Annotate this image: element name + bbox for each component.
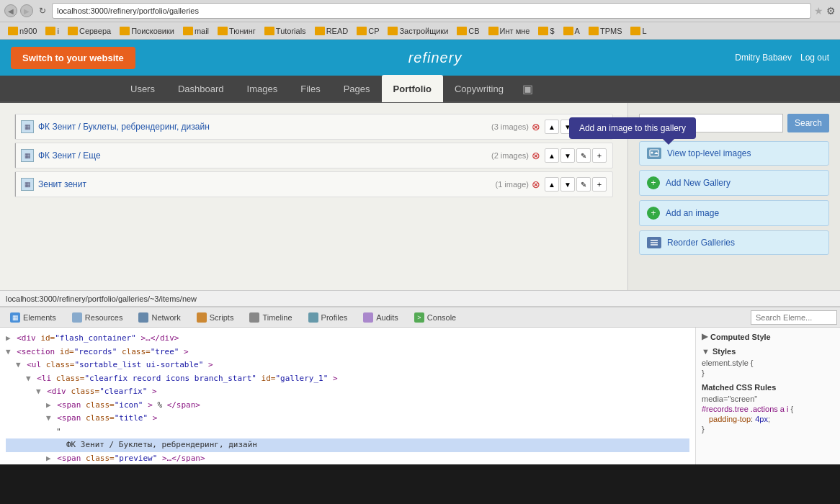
delete-button[interactable]: ⊗ bbox=[529, 148, 543, 163]
gallery-item: ▦ ФК Зенит / Буклеты, ребрендеринг, диза… bbox=[14, 114, 613, 140]
bookmark-i[interactable]: i bbox=[42, 25, 62, 37]
gallery-item-title[interactable]: ФК Зенит / Буклеты, ребрендеринг, дизайн bbox=[38, 122, 488, 132]
devtools-tabs: ▦ Elements Resources Network Scripts Tim… bbox=[0, 307, 840, 328]
status-url: localhost:3000/refinery/portfolio/galler… bbox=[6, 294, 197, 303]
bookmark-dev[interactable]: Застройщики bbox=[384, 25, 452, 37]
bookmark-icon bbox=[388, 27, 398, 35]
code-line: ▼ <div class="clearfix" > bbox=[6, 385, 689, 399]
devtools-tab-network[interactable]: Network bbox=[131, 310, 187, 325]
tab-portfolio[interactable]: Portfolio bbox=[382, 75, 443, 102]
tab-pages[interactable]: Pages bbox=[332, 75, 382, 102]
bookmark-int[interactable]: Инт мне bbox=[485, 25, 534, 37]
tab-users[interactable]: Users bbox=[119, 75, 166, 102]
bookmark-icon bbox=[457, 27, 467, 35]
devtools-styles-panel: ▶ Computed Style ▼ Styles element.style … bbox=[696, 328, 840, 464]
username: Dmitry Babaev bbox=[735, 53, 792, 63]
bookmark-icon bbox=[589, 27, 599, 35]
view-images-icon bbox=[647, 148, 661, 159]
tab-dashboard[interactable]: Dashboard bbox=[166, 75, 236, 102]
add-new-gallery-button[interactable]: + Add New Gallery bbox=[639, 170, 829, 196]
bookmark-star[interactable]: ★ bbox=[814, 5, 823, 17]
bookmark-a[interactable]: A bbox=[560, 25, 584, 37]
scripts-icon bbox=[197, 312, 207, 323]
tab-images[interactable]: Images bbox=[236, 75, 290, 102]
app-container: Switch to your website refinery Dmitry B… bbox=[0, 40, 840, 290]
move-up-button[interactable]: ▲ bbox=[545, 120, 559, 134]
back-button[interactable]: ◀ bbox=[4, 4, 17, 17]
move-down-button[interactable]: ▼ bbox=[560, 148, 575, 163]
add-image-button[interactable]: + bbox=[592, 177, 607, 192]
tab-add[interactable]: ▣ bbox=[515, 76, 540, 102]
gallery-item-title[interactable]: ФК Зенит / Еще bbox=[38, 150, 488, 161]
matched-css-section: Matched CSS Rules media="screen" #record… bbox=[702, 383, 834, 433]
add-gallery-icon: + bbox=[647, 176, 660, 189]
gallery-item: ▦ Зенит зенит (1 image) ⊗ ▲ ▼ ✎ + bbox=[14, 171, 613, 197]
reorder-galleries-button[interactable]: Reorder Galleries bbox=[639, 230, 829, 255]
devtools-tab-audits[interactable]: Audits bbox=[356, 310, 406, 325]
svg-marker-2 bbox=[654, 152, 658, 154]
extension-button[interactable]: ⚙ bbox=[826, 5, 836, 17]
user-nav: Dmitry Babaev Log out bbox=[735, 53, 829, 63]
devtools-tab-resources[interactable]: Resources bbox=[65, 310, 130, 325]
search-button[interactable]: Search bbox=[787, 114, 829, 132]
bookmark-icon bbox=[218, 27, 228, 35]
switch-to-website-button[interactable]: Switch to your website bbox=[11, 47, 135, 69]
add-image-button[interactable]: + bbox=[592, 148, 607, 163]
add-image-sidebar-button[interactable]: + Add an image bbox=[639, 200, 829, 226]
gallery-list-panel: ▦ ФК Зенит / Буклеты, ребрендеринг, диза… bbox=[0, 103, 627, 290]
view-top-level-images-button[interactable]: View top-level images bbox=[639, 141, 829, 166]
bookmark-n900[interactable]: n900 bbox=[4, 25, 40, 37]
bookmark-cp[interactable]: CP bbox=[353, 25, 383, 37]
bookmark-l[interactable]: L bbox=[627, 25, 650, 37]
devtools-tab-timeline[interactable]: Timeline bbox=[242, 310, 299, 325]
move-up-button[interactable]: ▲ bbox=[545, 148, 559, 163]
delete-button[interactable]: ⊗ bbox=[529, 177, 543, 192]
reorder-galleries-label: Reorder Galleries bbox=[667, 238, 735, 248]
status-bar: localhost:3000/refinery/portfolio/galler… bbox=[0, 290, 840, 306]
code-line: ▼ <section id="records" class="tree" > bbox=[6, 346, 689, 359]
bookmark-tpms[interactable]: TPMS bbox=[585, 25, 626, 37]
style-rule-close: } bbox=[702, 369, 834, 377]
gallery-item: ▦ ФК Зенит / Еще (2 images) ⊗ ▲ ▼ ✎ + bbox=[14, 143, 613, 168]
css-selector-rule: #records.tree .actions a i { bbox=[702, 405, 834, 413]
devtools-search-input[interactable] bbox=[751, 310, 837, 325]
bookmark-read[interactable]: READ bbox=[311, 25, 352, 37]
svg-point-1 bbox=[651, 152, 653, 154]
element-style-rule: element.style { bbox=[702, 359, 834, 367]
devtools-content: ▶ <div id="flash_container" >…</div> ▼ <… bbox=[0, 328, 840, 464]
devtools: ▦ Elements Resources Network Scripts Tim… bbox=[0, 306, 840, 464]
edit-button[interactable]: ✎ bbox=[576, 177, 591, 192]
audits-icon bbox=[363, 312, 373, 323]
bookmark-server[interactable]: Серверa bbox=[64, 25, 115, 37]
edit-button[interactable]: ✎ bbox=[576, 148, 591, 163]
logout-link[interactable]: Log out bbox=[800, 53, 829, 63]
bookmark-mail[interactable]: mail bbox=[179, 25, 213, 37]
code-line: ▼ <li class="clearfix record icons branc… bbox=[6, 372, 689, 386]
bookmark-search[interactable]: Поисковики bbox=[116, 25, 178, 37]
devtools-tab-scripts[interactable]: Scripts bbox=[189, 310, 241, 325]
forward-button[interactable]: ▶ bbox=[20, 4, 33, 17]
devtools-tab-profiles[interactable]: Profiles bbox=[301, 310, 355, 325]
top-nav: Switch to your website refinery Dmitry B… bbox=[0, 40, 840, 76]
css-rule-close: } bbox=[702, 425, 834, 433]
view-top-level-images-label: View top-level images bbox=[667, 148, 751, 158]
devtools-tab-console[interactable]: > Console bbox=[407, 310, 463, 325]
profiles-icon bbox=[308, 312, 318, 323]
devtools-tab-elements[interactable]: ▦ Elements bbox=[3, 310, 63, 325]
gallery-item-count: (2 images) bbox=[491, 151, 529, 160]
tab-files[interactable]: Files bbox=[289, 75, 331, 102]
delete-button[interactable]: ⊗ bbox=[529, 120, 543, 134]
bookmark-cb[interactable]: CB bbox=[453, 25, 483, 37]
gallery-item-actions: ⊗ ▲ ▼ ✎ + bbox=[529, 177, 607, 192]
move-down-button[interactable]: ▼ bbox=[560, 177, 575, 192]
gallery-item-title[interactable]: Зенит зенит bbox=[38, 179, 493, 189]
address-bar[interactable] bbox=[52, 3, 811, 19]
tab-copywriting[interactable]: Copywriting bbox=[443, 75, 515, 102]
code-line: ▶ <div id="flash_container" >…</div> bbox=[6, 332, 689, 346]
bookmark-tuning[interactable]: Тюнинг bbox=[214, 25, 259, 37]
bookmark-tutorials[interactable]: Tutorials bbox=[261, 25, 310, 37]
move-up-button[interactable]: ▲ bbox=[545, 177, 559, 192]
bookmark-dollar[interactable]: $ bbox=[535, 25, 558, 37]
styles-header: ▼ Styles bbox=[702, 347, 834, 356]
refresh-button[interactable]: ↻ bbox=[36, 4, 49, 17]
